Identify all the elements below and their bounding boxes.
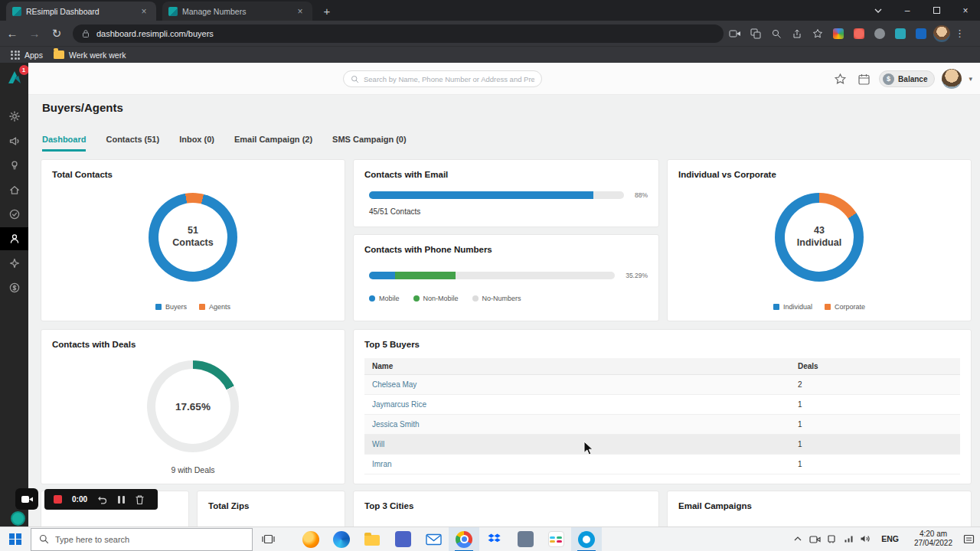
total-contacts-donut-chart[interactable]: 51 Contacts: [149, 193, 237, 282]
chart-legend: Mobile Non-Mobile No-Numbers: [369, 295, 658, 302]
sidebar-item-automations[interactable]: [0, 252, 28, 275]
recorder-camera-button[interactable]: [15, 488, 38, 510]
refresh-icon[interactable]: ↻: [47, 24, 67, 44]
chevron-down-icon[interactable]: ▾: [969, 75, 972, 83]
buyer-name-link[interactable]: Jessica Smith: [364, 420, 790, 429]
volume-icon[interactable]: [858, 527, 872, 551]
apps-shortcut[interactable]: Apps: [11, 51, 43, 60]
app-search-box[interactable]: [343, 70, 542, 87]
language-indicator[interactable]: ENG: [875, 534, 905, 543]
sidebar-item-settings[interactable]: [0, 105, 28, 128]
close-tab-icon[interactable]: ×: [294, 5, 306, 18]
firefox-icon[interactable]: [296, 527, 326, 551]
teams-icon[interactable]: [387, 527, 418, 551]
tab-search-icon[interactable]: [864, 0, 893, 21]
action-center-icon[interactable]: [962, 527, 975, 551]
card-email-campaigns: Email Campaigns: [667, 491, 972, 527]
close-window-button[interactable]: ×: [951, 0, 980, 21]
buyer-name-link[interactable]: Chelsea May: [364, 380, 790, 389]
close-tab-icon[interactable]: ×: [138, 5, 150, 18]
dollar-coin-icon: $: [883, 73, 894, 85]
tab-contacts[interactable]: Contacts (51): [106, 135, 159, 152]
slack-icon[interactable]: [541, 527, 571, 551]
favorites-icon[interactable]: [831, 70, 848, 87]
resimpli-logo[interactable]: 1: [5, 68, 24, 86]
zoom-icon[interactable]: [767, 24, 786, 43]
page-tabs: Dashboard Contacts (51) Inbox (0) Email …: [42, 135, 407, 152]
card-contacts-with-deals: Contacts with Deals 17.65% 9 with Deals: [41, 329, 345, 484]
table-row[interactable]: Jaymarcus Rice 1: [364, 395, 960, 415]
buyer-name-link[interactable]: Will: [364, 440, 790, 448]
bookmark-star-icon[interactable]: [808, 24, 827, 43]
tab-dashboard[interactable]: Dashboard: [42, 135, 86, 152]
taskbar-clock[interactable]: 4:20 am 27/04/2022: [908, 530, 959, 549]
tab-email-campaign[interactable]: Email Campaign (2): [234, 135, 312, 152]
taskbar-search-input[interactable]: [55, 535, 244, 544]
individual-corporate-donut-chart[interactable]: 43 Individual: [775, 193, 864, 282]
table-row[interactable]: Imran 1: [364, 455, 960, 474]
edge-icon[interactable]: [326, 527, 357, 551]
share-icon[interactable]: [788, 24, 806, 43]
tab-sms-campaign[interactable]: SMS Campaign (0): [332, 135, 407, 152]
chat-widget-icon[interactable]: [11, 511, 25, 526]
extension-teal-icon[interactable]: [891, 24, 910, 43]
bookmark-folder[interactable]: Werk werk werk: [54, 51, 126, 60]
app-search-input[interactable]: [364, 75, 534, 83]
task-view-icon[interactable]: [253, 527, 283, 551]
extension-blue-icon[interactable]: [912, 24, 930, 43]
extension-colorful-icon[interactable]: [829, 24, 848, 43]
sidebar-item-leads[interactable]: [0, 154, 28, 177]
sidebar-item-tasks[interactable]: [0, 203, 28, 226]
forward-icon[interactable]: →: [24, 24, 44, 44]
tab-capture-icon[interactable]: [726, 24, 744, 43]
camera-tray-icon[interactable]: [808, 527, 822, 551]
card-contacts-with-email: Contacts with Email 88% 45/51 Contacts: [353, 159, 659, 227]
sidebar-item-buyers[interactable]: [0, 227, 28, 250]
sidebar-item-billing[interactable]: [0, 276, 28, 299]
skype-icon[interactable]: [571, 527, 602, 551]
buyer-name-link[interactable]: Imran: [364, 460, 790, 468]
translate-icon[interactable]: [746, 24, 765, 43]
search-icon: [39, 534, 49, 544]
mail-icon[interactable]: [418, 527, 449, 551]
table-row[interactable]: Chelsea May 2: [364, 375, 960, 395]
deals-donut-chart[interactable]: 17.65%: [147, 360, 239, 452]
dropbox-icon[interactable]: [479, 527, 510, 551]
network-icon[interactable]: [841, 527, 855, 551]
back-icon[interactable]: ←: [2, 24, 22, 44]
hidden-icons-chevron[interactable]: [791, 527, 805, 551]
address-bar[interactable]: dashboard.resimpli.com/buyers: [73, 24, 724, 43]
user-avatar[interactable]: [942, 69, 962, 89]
extensions-puzzle-icon[interactable]: [871, 24, 889, 43]
profile-avatar[interactable]: [933, 24, 951, 43]
maximize-button[interactable]: [922, 0, 951, 21]
taskbar-search-box[interactable]: [31, 528, 253, 551]
stop-recording-button[interactable]: [54, 495, 62, 504]
card-title: Email Campaigns: [668, 491, 971, 510]
pause-recording-icon[interactable]: [118, 496, 125, 504]
file-explorer-icon[interactable]: [357, 527, 387, 551]
table-row[interactable]: Will 1: [364, 435, 960, 455]
usb-tray-icon[interactable]: [825, 527, 838, 551]
sidebar-item-campaigns[interactable]: [0, 129, 28, 152]
legend-label: Corporate: [835, 303, 865, 311]
balance-button[interactable]: $ Balance: [879, 70, 935, 87]
extension-red-icon[interactable]: [850, 24, 868, 43]
browser-tab-resimpli-dashboard[interactable]: REsimpli Dashboard ×: [6, 2, 156, 21]
card-top-5-buyers: Top 5 Buyers Name Deals Chelsea May 2 Ja…: [353, 329, 972, 484]
minimize-button[interactable]: –: [893, 0, 922, 21]
buyer-name-link[interactable]: Jaymarcus Rice: [364, 400, 790, 409]
table-row[interactable]: Jessica Smith 1: [364, 415, 960, 435]
sidebar-item-properties[interactable]: [0, 178, 28, 201]
browser-tab-manage-numbers[interactable]: Manage Numbers ×: [162, 2, 312, 21]
delete-recording-icon[interactable]: [135, 494, 145, 505]
chrome-icon[interactable]: [449, 527, 479, 551]
calendar-icon[interactable]: [855, 70, 872, 87]
start-button[interactable]: [0, 527, 31, 551]
browser-menu-icon[interactable]: ⋮: [955, 28, 965, 39]
donut-center-label: Contacts: [172, 237, 213, 249]
new-tab-button[interactable]: +: [317, 1, 337, 21]
restart-recording-icon[interactable]: [97, 494, 108, 505]
tab-inbox[interactable]: Inbox (0): [179, 135, 214, 152]
editor-app-icon[interactable]: [510, 527, 541, 551]
